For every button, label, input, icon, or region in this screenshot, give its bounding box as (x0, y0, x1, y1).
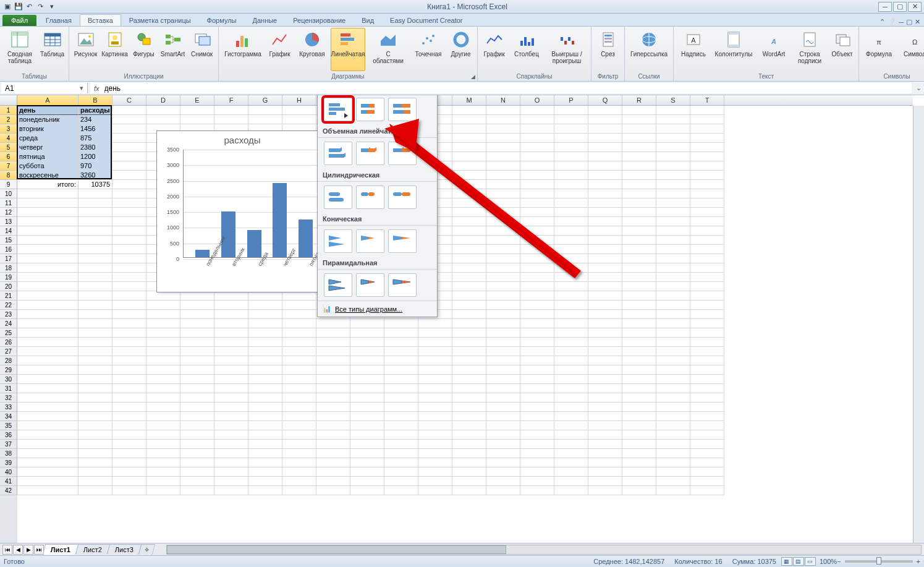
cell[interactable] (282, 375, 316, 384)
cell[interactable] (486, 319, 520, 328)
cell[interactable] (316, 486, 350, 495)
gallery-3d-stacked-bar[interactable] (356, 142, 384, 165)
cell[interactable] (486, 449, 520, 458)
cell[interactable] (452, 217, 486, 226)
row-header[interactable]: 7 (0, 161, 17, 171)
cell[interactable] (656, 356, 690, 365)
cell[interactable] (588, 319, 622, 328)
cell[interactable] (520, 486, 554, 495)
row-header[interactable]: 19 (0, 273, 17, 282)
cell[interactable] (452, 486, 486, 495)
cell[interactable] (486, 375, 520, 384)
cell[interactable] (112, 254, 146, 263)
cell[interactable] (690, 328, 724, 338)
cell[interactable] (588, 152, 622, 161)
zoom-in-icon[interactable]: + (917, 558, 920, 565)
cell[interactable]: день (17, 106, 78, 115)
cell[interactable] (520, 134, 554, 143)
cell[interactable] (520, 393, 554, 403)
cell[interactable]: 2380 (78, 143, 112, 152)
gallery-cyl-stacked[interactable] (356, 185, 384, 209)
cell[interactable] (214, 328, 248, 338)
cell[interactable] (486, 236, 520, 245)
cell[interactable] (350, 403, 384, 412)
cell[interactable] (78, 236, 112, 245)
cell[interactable] (554, 180, 588, 189)
cell[interactable] (486, 430, 520, 440)
cell[interactable] (180, 393, 214, 403)
clipart-button[interactable]: Картинка (101, 28, 129, 71)
cell[interactable] (112, 152, 146, 161)
cell[interactable] (588, 134, 622, 143)
cell[interactable] (452, 412, 486, 421)
cell[interactable] (656, 217, 690, 226)
gallery-cone-100stacked[interactable] (388, 229, 417, 253)
cell[interactable] (452, 273, 486, 282)
row-header[interactable]: 2 (0, 115, 17, 124)
close-workbook-icon[interactable]: ✕ (915, 18, 920, 26)
cell[interactable] (520, 171, 554, 180)
cell[interactable] (248, 319, 282, 328)
cell[interactable] (180, 310, 214, 319)
cell[interactable] (554, 198, 588, 208)
cell[interactable] (78, 217, 112, 226)
horizontal-scrollbar[interactable] (166, 545, 922, 555)
cell[interactable] (588, 143, 622, 152)
column-header[interactable]: G (248, 95, 282, 105)
cell[interactable] (384, 375, 418, 384)
gallery-cone-stacked[interactable] (356, 229, 384, 253)
cell[interactable] (520, 273, 554, 282)
cell[interactable] (452, 440, 486, 449)
cell[interactable] (588, 124, 622, 134)
cell[interactable] (112, 393, 146, 403)
sparkline-winloss-button[interactable]: Выигрыш / проигрыш (545, 28, 588, 71)
cell[interactable] (690, 236, 724, 245)
cell[interactable] (384, 412, 418, 421)
cell[interactable] (690, 365, 724, 375)
cell[interactable] (78, 412, 112, 421)
cell[interactable] (588, 412, 622, 421)
cell[interactable] (486, 226, 520, 236)
cell[interactable] (690, 301, 724, 310)
cell[interactable] (418, 403, 452, 412)
cell[interactable] (112, 226, 146, 236)
cell[interactable] (248, 458, 282, 467)
cell[interactable] (78, 403, 112, 412)
cell[interactable]: 875 (78, 134, 112, 143)
cell[interactable] (248, 301, 282, 310)
tab-view[interactable]: Вид (354, 14, 382, 26)
cell[interactable] (78, 263, 112, 273)
table-button[interactable]: Таблица (38, 28, 66, 71)
cell[interactable] (588, 208, 622, 217)
cell[interactable] (316, 449, 350, 458)
cell[interactable] (588, 254, 622, 263)
cell[interactable] (78, 384, 112, 393)
sheet-nav-prev-icon[interactable]: ◀ (13, 545, 23, 555)
cell[interactable] (452, 375, 486, 384)
cell[interactable] (180, 338, 214, 347)
cell[interactable] (622, 467, 656, 477)
cell[interactable] (622, 449, 656, 458)
cell[interactable] (554, 263, 588, 273)
cell[interactable] (146, 467, 180, 477)
cell[interactable]: понедельник (17, 115, 78, 124)
cell[interactable] (520, 161, 554, 171)
cell[interactable] (146, 301, 180, 310)
gallery-3d-100stacked-bar[interactable] (388, 142, 417, 165)
cell[interactable] (17, 273, 78, 282)
row-header[interactable]: 13 (0, 217, 17, 226)
cell[interactable] (146, 338, 180, 347)
cell[interactable] (452, 347, 486, 356)
restore-window-icon[interactable]: ▢ (906, 18, 912, 26)
cell[interactable] (690, 273, 724, 282)
row-header[interactable]: 21 (0, 291, 17, 301)
cell[interactable] (656, 440, 690, 449)
cell[interactable] (486, 421, 520, 430)
cell[interactable] (78, 338, 112, 347)
tab-review[interactable]: Рецензирование (285, 14, 354, 26)
cell[interactable] (214, 393, 248, 403)
cell[interactable] (316, 384, 350, 393)
area-chart-button[interactable]: С областями (367, 28, 410, 71)
cell[interactable] (214, 347, 248, 356)
cell[interactable] (520, 310, 554, 319)
